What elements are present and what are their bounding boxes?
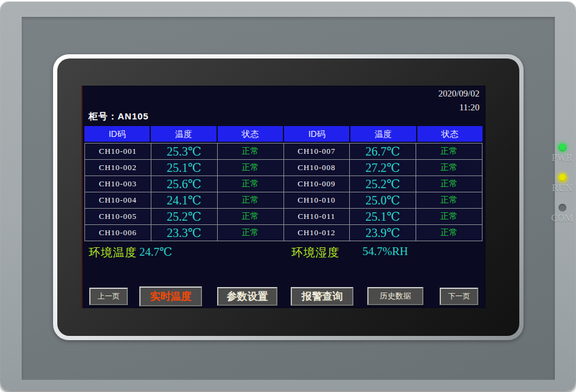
pwr-led-label: PWR — [552, 153, 573, 163]
table-cell-id: CH10-006 — [85, 225, 151, 241]
table-cell-id: CH10-005 — [85, 209, 151, 224]
table-cell-id: CH10-004 — [85, 192, 151, 208]
com-led-light — [559, 204, 566, 212]
pwr-led-light — [559, 144, 566, 151]
env-temp-value: 24.7℃ — [139, 245, 172, 259]
table-cell-temp: 27.2℃ — [350, 160, 416, 175]
led-indicators: PWRRUNCOM — [548, 144, 576, 234]
front-panel: 2020/09/02 11:20 柜号：AN105 ID码温度状态ID码温度状态… — [22, 17, 555, 380]
table-cell-id: CH10-012 — [284, 225, 350, 241]
screen-bezel: 2020/09/02 11:20 柜号：AN105 ID码温度状态ID码温度状态… — [57, 58, 519, 336]
table-cell-temp: 25.6℃ — [151, 176, 217, 192]
table-cell-temp: 25.1℃ — [350, 209, 416, 224]
table-cell-status: 正常 — [416, 144, 482, 159]
env-humidity-value: 54.7%RH — [362, 245, 408, 258]
column-header: ID码 — [284, 126, 349, 142]
env-temp-label: 环境温度 — [89, 245, 137, 261]
screen-frame: 2020/09/02 11:20 柜号：AN105 ID码温度状态ID码温度状态… — [53, 54, 524, 340]
table-cell-temp: 26.7℃ — [350, 144, 416, 159]
com-led-label: COM — [551, 213, 573, 224]
com-led: COM — [548, 204, 576, 224]
table-cell-temp: 23.9℃ — [350, 225, 416, 241]
prev-page-button[interactable]: 上一页 — [89, 288, 128, 305]
environment-row: 环境温度 24.7℃ 环境湿度 54.7%RH — [81, 245, 486, 264]
alarm-query-button[interactable]: 报警查询 — [291, 287, 353, 306]
table-cell-temp: 25.3℃ — [151, 144, 217, 159]
column-header: 状态 — [417, 126, 483, 142]
table-cell-temp: 24.1℃ — [151, 192, 217, 208]
column-header: 温度 — [151, 126, 216, 142]
table-cell-id: CH10-010 — [284, 192, 350, 208]
next-page-button[interactable]: 下一页 — [440, 288, 478, 305]
table-body: CH10-00125.3℃正常CH10-00726.7℃正常CH10-00225… — [84, 143, 483, 241]
table-cell-status: 正常 — [218, 176, 283, 192]
run-led: RUN — [548, 174, 576, 194]
run-led-label: RUN — [552, 183, 572, 194]
table-cell-status: 正常 — [416, 209, 482, 224]
table-cell-id: CH10-003 — [85, 176, 151, 192]
table-cell-temp: 25.1℃ — [151, 160, 217, 175]
temperature-table: ID码温度状态ID码温度状态 CH10-00125.3℃正常CH10-00726… — [84, 126, 483, 241]
table-cell-status: 正常 — [218, 225, 283, 241]
env-humidity-label: 环境湿度 — [291, 245, 340, 261]
table-cell-temp: 25.2℃ — [151, 209, 217, 224]
param-settings-button[interactable]: 参数设置 — [217, 287, 277, 306]
date-text: 2020/09/02 — [438, 87, 479, 101]
table-cell-id: CH10-002 — [85, 160, 151, 175]
pwr-led: PWR — [548, 144, 576, 163]
table-cell-status: 正常 — [416, 176, 482, 192]
table-cell-id: CH10-011 — [284, 209, 350, 224]
history-data-button[interactable]: 历史数据 — [367, 287, 423, 305]
column-header: ID码 — [84, 126, 150, 142]
table-cell-id: CH10-001 — [85, 144, 151, 159]
table-cell-id: CH10-009 — [284, 176, 350, 192]
table-cell-temp: 25.0℃ — [350, 192, 416, 208]
table-cell-temp: 25.2℃ — [350, 176, 416, 192]
run-led-light — [559, 174, 566, 182]
column-header: 温度 — [350, 126, 416, 142]
lcd-screen: 2020/09/02 11:20 柜号：AN105 ID码温度状态ID码温度状态… — [81, 86, 486, 308]
realtime-temp-button[interactable]: 实时温度 — [139, 286, 202, 306]
cabinet-label: 柜号：AN105 — [89, 111, 149, 122]
datetime: 2020/09/02 11:20 — [438, 87, 479, 115]
table-cell-status: 正常 — [218, 144, 283, 159]
table-cell-id: CH10-008 — [284, 160, 350, 175]
column-header: 状态 — [218, 126, 283, 142]
table-header-row: ID码温度状态ID码温度状态 — [84, 126, 483, 142]
table-cell-status: 正常 — [218, 209, 283, 224]
table-cell-status: 正常 — [218, 160, 283, 175]
time-text: 11:20 — [438, 101, 479, 115]
table-cell-status: 正常 — [218, 192, 283, 208]
hmi-device: 2020/09/02 11:20 柜号：AN105 ID码温度状态ID码温度状态… — [0, 1, 576, 391]
table-cell-status: 正常 — [416, 160, 482, 175]
table-cell-status: 正常 — [416, 225, 482, 241]
table-cell-temp: 23.3℃ — [151, 225, 217, 241]
table-cell-status: 正常 — [416, 192, 482, 208]
table-cell-id: CH10-007 — [284, 144, 350, 159]
